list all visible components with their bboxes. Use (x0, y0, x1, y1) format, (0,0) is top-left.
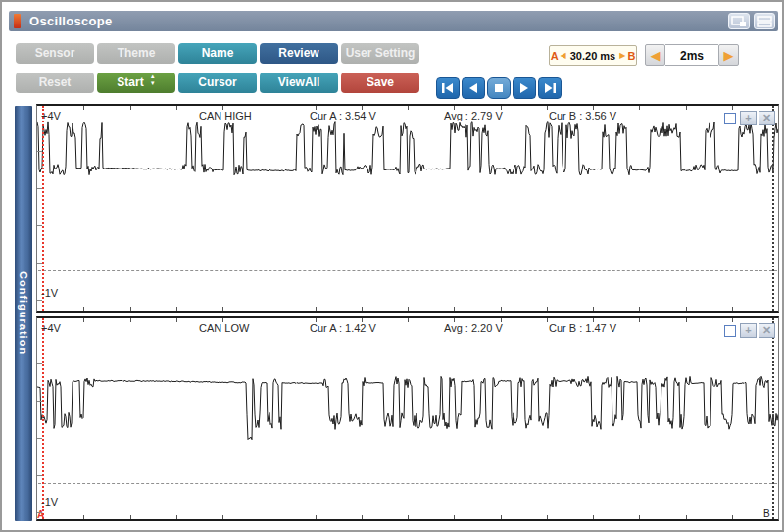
save-button[interactable]: Save (341, 73, 419, 93)
waveform-trace (37, 376, 778, 439)
volt-tick-mark (37, 475, 42, 476)
step-back-button[interactable] (462, 77, 485, 99)
time-tick-mark (686, 318, 687, 322)
reset-button[interactable]: Reset (16, 73, 94, 93)
volt-tick-mark (37, 188, 42, 189)
cursor-button[interactable]: Cursor (178, 73, 257, 93)
cursor-a-line[interactable] (42, 106, 44, 311)
volt-tick-mark (37, 300, 42, 301)
configuration-tab[interactable]: Configuration (15, 106, 32, 521)
channel-checkbox[interactable] (724, 113, 736, 124)
cursor-b-right-icon: ▶ (619, 51, 625, 60)
oscilloscope-window: Oscilloscope Sensor Theme Name Review Us… (0, 0, 784, 532)
time-tick-mark (176, 515, 177, 519)
time-tick-mark (639, 307, 640, 311)
zoom-plus-button[interactable]: + (740, 111, 757, 125)
time-tick-mark (686, 106, 687, 110)
cursor-time-readout: A ◀ 30.20 ms ▶ B (549, 45, 637, 66)
cursor-b-marker[interactable]: B (763, 508, 770, 519)
time-tick-mark (732, 307, 733, 311)
time-tick-mark (501, 307, 502, 311)
time-tick-mark (130, 318, 131, 322)
time-tick-mark (732, 515, 733, 519)
time-tick-mark (686, 307, 687, 311)
time-tick-mark (316, 307, 317, 311)
start-label: Start (117, 75, 143, 89)
time-tick-mark (547, 318, 548, 322)
time-tick-mark (501, 106, 502, 110)
time-tick-mark (83, 307, 84, 311)
time-tick-mark (454, 106, 455, 110)
review-button[interactable]: Review (260, 43, 338, 64)
sensor-button[interactable]: Sensor (16, 43, 94, 64)
cursor-a-marker[interactable]: A (37, 509, 44, 520)
time-tick-mark (316, 106, 317, 110)
cursor-b-value: Cur B : 3.56 V (549, 110, 616, 121)
channel-checkbox[interactable] (724, 325, 736, 337)
time-tick-mark (732, 106, 733, 110)
theme-button[interactable]: Theme (97, 43, 175, 64)
time-tick-mark (454, 318, 455, 322)
volt-tick-mark (37, 438, 42, 439)
new-window-icon[interactable] (728, 13, 750, 29)
play-button[interactable] (513, 77, 536, 99)
time-tick-mark (593, 515, 594, 519)
time-tick-mark (547, 106, 548, 110)
time-tick-mark (269, 515, 270, 519)
volt-tick-mark (37, 363, 42, 364)
tile-windows-icon[interactable] (754, 13, 775, 29)
vmax-label: +4V (41, 110, 61, 121)
viewall-button[interactable]: ViewAll (260, 73, 338, 93)
close-channel-button[interactable]: ✕ (759, 111, 775, 125)
time-tick-mark (269, 106, 270, 110)
zero-volt-gridline (38, 270, 777, 271)
skip-start-button[interactable] (436, 77, 460, 99)
cursor-a-left-icon: ◀ (561, 51, 566, 60)
waveform-canvas (37, 318, 778, 520)
timebase-decrease-button[interactable]: ◀ (645, 44, 665, 66)
time-tick-mark (316, 515, 317, 519)
user-setting-button[interactable]: User Setting (341, 43, 419, 64)
name-button[interactable]: Name (178, 43, 257, 64)
time-tick-mark (639, 515, 640, 519)
start-spinner-icon[interactable]: ▲▼ (150, 73, 156, 87)
start-button[interactable]: Start▲▼ (97, 73, 175, 93)
time-tick-mark (222, 106, 223, 110)
volt-tick-mark (37, 151, 42, 152)
time-tick-mark (316, 318, 317, 322)
cursor-a-line[interactable] (42, 318, 44, 519)
time-tick-mark (83, 106, 84, 110)
time-tick-mark (176, 307, 177, 311)
close-channel-button[interactable]: ✕ (759, 323, 775, 338)
time-tick-mark (593, 106, 594, 110)
volt-tick-mark (37, 225, 42, 226)
skip-end-button[interactable] (538, 77, 562, 99)
cursor-b-label: B (627, 50, 635, 62)
cursor-delta-value: 30.20 ms (568, 50, 617, 62)
time-tick-mark (408, 318, 409, 322)
playback-controls (436, 77, 562, 99)
volt-tick-mark (37, 401, 42, 402)
time-tick-mark (686, 515, 687, 519)
time-tick-mark (408, 515, 409, 519)
time-tick-mark (593, 307, 594, 311)
time-tick-mark (362, 106, 363, 110)
cursor-a-value: Cur A : 3.54 V (310, 110, 376, 121)
app-logo-icon (14, 14, 21, 28)
cursor-b-line[interactable] (772, 106, 774, 311)
time-tick-mark (176, 318, 177, 322)
waveform-canvas (37, 106, 778, 308)
time-tick-mark (222, 515, 223, 519)
timebase-increase-button[interactable]: ▶ (718, 44, 739, 66)
time-tick-mark (593, 318, 594, 322)
time-tick-mark (130, 515, 131, 519)
cursor-b-line[interactable] (772, 318, 774, 519)
average-value: Avg : 2.79 V (444, 110, 503, 121)
time-tick-mark (639, 318, 640, 322)
window-title: Oscilloscope (29, 14, 113, 28)
stop-button[interactable] (487, 77, 511, 99)
zoom-plus-button[interactable]: + (740, 323, 757, 338)
vmin-label: -1V (41, 287, 58, 299)
time-tick-mark (501, 318, 502, 322)
time-tick-mark (362, 307, 363, 311)
